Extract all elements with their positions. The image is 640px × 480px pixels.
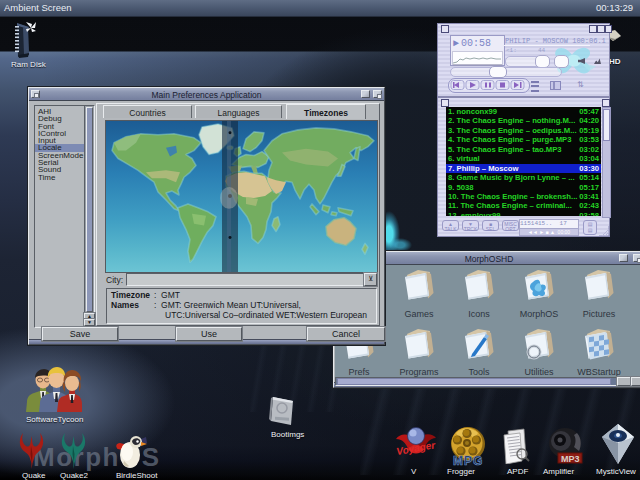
svg-text:MP3: MP3 <box>561 454 580 464</box>
svg-text:Voyager: Voyager <box>395 439 436 457</box>
svg-text:MPG: MPG <box>453 454 483 468</box>
